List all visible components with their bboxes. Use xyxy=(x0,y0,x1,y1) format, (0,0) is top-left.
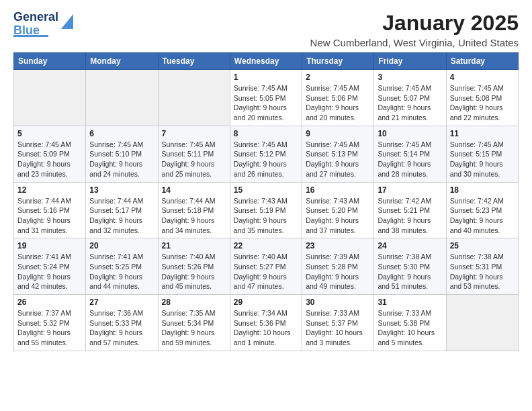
day-number: 31 xyxy=(378,298,442,307)
calendar-cell: 5Sunrise: 7:45 AM Sunset: 5:09 PM Daylig… xyxy=(14,126,86,182)
calendar-cell: 4Sunrise: 7:45 AM Sunset: 5:08 PM Daylig… xyxy=(446,70,518,126)
location-title: New Cumberland, West Virginia, United St… xyxy=(310,37,519,48)
logo-underline xyxy=(13,35,48,37)
calendar-cell: 29Sunrise: 7:34 AM Sunset: 5:36 PM Dayli… xyxy=(230,295,302,351)
day-number: 23 xyxy=(306,241,370,250)
day-info: Sunrise: 7:45 AM Sunset: 5:15 PM Dayligh… xyxy=(450,140,515,179)
day-info: Sunrise: 7:38 AM Sunset: 5:30 PM Dayligh… xyxy=(378,252,442,291)
calendar-cell: 12Sunrise: 7:44 AM Sunset: 5:16 PM Dayli… xyxy=(14,182,86,238)
calendar-cell xyxy=(14,70,86,126)
day-info: Sunrise: 7:45 AM Sunset: 5:08 PM Dayligh… xyxy=(450,83,515,123)
day-info: Sunrise: 7:37 AM Sunset: 5:32 PM Dayligh… xyxy=(17,308,82,348)
day-number: 1 xyxy=(234,73,298,82)
day-number: 25 xyxy=(450,241,515,250)
calendar-cell xyxy=(86,70,158,126)
day-info: Sunrise: 7:40 AM Sunset: 5:26 PM Dayligh… xyxy=(162,252,226,291)
calendar-cell: 9Sunrise: 7:45 AM Sunset: 5:13 PM Daylig… xyxy=(302,126,374,182)
day-number: 17 xyxy=(378,185,442,195)
day-number: 3 xyxy=(378,73,442,82)
logo-text: GeneralBlue xyxy=(13,11,58,38)
day-number: 29 xyxy=(234,298,298,307)
day-number: 30 xyxy=(306,298,370,307)
calendar-cell: 24Sunrise: 7:38 AM Sunset: 5:30 PM Dayli… xyxy=(374,238,446,295)
calendar-cell: 1Sunrise: 7:45 AM Sunset: 5:05 PM Daylig… xyxy=(230,70,302,126)
calendar-cell: 25Sunrise: 7:38 AM Sunset: 5:31 PM Dayli… xyxy=(446,238,518,295)
day-number: 11 xyxy=(450,129,515,138)
day-info: Sunrise: 7:45 AM Sunset: 5:13 PM Dayligh… xyxy=(306,140,370,179)
day-number: 24 xyxy=(378,241,442,250)
day-number: 20 xyxy=(89,241,154,250)
calendar-cell: 23Sunrise: 7:39 AM Sunset: 5:28 PM Dayli… xyxy=(302,238,374,295)
day-info: Sunrise: 7:39 AM Sunset: 5:28 PM Dayligh… xyxy=(306,252,370,291)
header: GeneralBlue January 2025 New Cumberland,… xyxy=(13,11,519,48)
col-friday: Friday xyxy=(374,53,446,70)
calendar-cell: 2Sunrise: 7:45 AM Sunset: 5:06 PM Daylig… xyxy=(302,70,374,126)
day-number: 12 xyxy=(17,185,82,195)
calendar-cell: 18Sunrise: 7:42 AM Sunset: 5:23 PM Dayli… xyxy=(446,182,518,238)
day-info: Sunrise: 7:33 AM Sunset: 5:37 PM Dayligh… xyxy=(306,308,370,348)
day-info: Sunrise: 7:45 AM Sunset: 5:06 PM Dayligh… xyxy=(306,83,370,123)
logo: GeneralBlue xyxy=(13,11,75,37)
day-info: Sunrise: 7:41 AM Sunset: 5:24 PM Dayligh… xyxy=(17,252,82,291)
logo-icon xyxy=(60,11,75,30)
svg-marker-0 xyxy=(61,14,73,29)
calendar-body: 1Sunrise: 7:45 AM Sunset: 5:05 PM Daylig… xyxy=(14,70,519,351)
day-info: Sunrise: 7:45 AM Sunset: 5:14 PM Dayligh… xyxy=(378,140,442,179)
day-number: 6 xyxy=(89,129,154,138)
day-number: 9 xyxy=(306,129,370,138)
day-info: Sunrise: 7:45 AM Sunset: 5:12 PM Dayligh… xyxy=(234,140,298,179)
calendar-table: Sunday Monday Tuesday Wednesday Thursday… xyxy=(13,52,519,351)
calendar-cell: 11Sunrise: 7:45 AM Sunset: 5:15 PM Dayli… xyxy=(446,126,518,182)
calendar-week-4: 19Sunrise: 7:41 AM Sunset: 5:24 PM Dayli… xyxy=(14,238,519,295)
day-info: Sunrise: 7:43 AM Sunset: 5:19 PM Dayligh… xyxy=(234,196,298,236)
day-info: Sunrise: 7:44 AM Sunset: 5:18 PM Dayligh… xyxy=(162,196,226,236)
calendar-week-2: 5Sunrise: 7:45 AM Sunset: 5:09 PM Daylig… xyxy=(14,126,519,182)
calendar-cell: 8Sunrise: 7:45 AM Sunset: 5:12 PM Daylig… xyxy=(230,126,302,182)
calendar-cell: 16Sunrise: 7:43 AM Sunset: 5:20 PM Dayli… xyxy=(302,182,374,238)
day-info: Sunrise: 7:43 AM Sunset: 5:20 PM Dayligh… xyxy=(306,196,370,236)
day-info: Sunrise: 7:42 AM Sunset: 5:23 PM Dayligh… xyxy=(450,196,515,236)
day-number: 15 xyxy=(234,185,298,195)
calendar-header-row: Sunday Monday Tuesday Wednesday Thursday… xyxy=(14,53,519,70)
day-info: Sunrise: 7:35 AM Sunset: 5:34 PM Dayligh… xyxy=(162,308,226,348)
col-wednesday: Wednesday xyxy=(230,53,302,70)
day-info: Sunrise: 7:42 AM Sunset: 5:21 PM Dayligh… xyxy=(378,196,442,236)
day-number: 8 xyxy=(234,129,298,138)
day-number: 27 xyxy=(89,298,154,307)
day-info: Sunrise: 7:45 AM Sunset: 5:07 PM Dayligh… xyxy=(378,83,442,123)
day-number: 21 xyxy=(162,241,226,250)
day-info: Sunrise: 7:45 AM Sunset: 5:09 PM Dayligh… xyxy=(17,140,82,179)
title-block: January 2025 New Cumberland, West Virgin… xyxy=(310,11,519,48)
day-info: Sunrise: 7:38 AM Sunset: 5:31 PM Dayligh… xyxy=(450,252,515,291)
day-info: Sunrise: 7:44 AM Sunset: 5:16 PM Dayligh… xyxy=(17,196,82,236)
calendar-cell: 31Sunrise: 7:33 AM Sunset: 5:38 PM Dayli… xyxy=(374,295,446,351)
calendar-cell: 27Sunrise: 7:36 AM Sunset: 5:33 PM Dayli… xyxy=(86,295,158,351)
calendar-cell: 17Sunrise: 7:42 AM Sunset: 5:21 PM Dayli… xyxy=(374,182,446,238)
calendar-cell: 3Sunrise: 7:45 AM Sunset: 5:07 PM Daylig… xyxy=(374,70,446,126)
day-number: 22 xyxy=(234,241,298,250)
calendar-cell: 13Sunrise: 7:44 AM Sunset: 5:17 PM Dayli… xyxy=(86,182,158,238)
calendar-cell: 26Sunrise: 7:37 AM Sunset: 5:32 PM Dayli… xyxy=(14,295,86,351)
day-number: 10 xyxy=(378,129,442,138)
day-number: 4 xyxy=(450,73,515,82)
col-thursday: Thursday xyxy=(302,53,374,70)
day-number: 18 xyxy=(450,185,515,195)
day-info: Sunrise: 7:45 AM Sunset: 5:10 PM Dayligh… xyxy=(89,140,154,179)
day-number: 19 xyxy=(17,241,82,250)
calendar-cell: 28Sunrise: 7:35 AM Sunset: 5:34 PM Dayli… xyxy=(158,295,230,351)
day-number: 16 xyxy=(306,185,370,195)
day-number: 5 xyxy=(17,129,82,138)
day-info: Sunrise: 7:36 AM Sunset: 5:33 PM Dayligh… xyxy=(89,308,154,348)
calendar-cell: 7Sunrise: 7:45 AM Sunset: 5:11 PM Daylig… xyxy=(158,126,230,182)
calendar-cell: 20Sunrise: 7:41 AM Sunset: 5:25 PM Dayli… xyxy=(86,238,158,295)
col-sunday: Sunday xyxy=(14,53,86,70)
calendar-cell xyxy=(446,295,518,351)
page: GeneralBlue January 2025 New Cumberland,… xyxy=(0,0,532,365)
calendar-cell: 6Sunrise: 7:45 AM Sunset: 5:10 PM Daylig… xyxy=(86,126,158,182)
calendar-week-3: 12Sunrise: 7:44 AM Sunset: 5:16 PM Dayli… xyxy=(14,182,519,238)
day-number: 26 xyxy=(17,298,82,307)
calendar-cell: 21Sunrise: 7:40 AM Sunset: 5:26 PM Dayli… xyxy=(158,238,230,295)
calendar-cell: 10Sunrise: 7:45 AM Sunset: 5:14 PM Dayli… xyxy=(374,126,446,182)
day-info: Sunrise: 7:34 AM Sunset: 5:36 PM Dayligh… xyxy=(234,308,298,348)
day-info: Sunrise: 7:41 AM Sunset: 5:25 PM Dayligh… xyxy=(89,252,154,291)
